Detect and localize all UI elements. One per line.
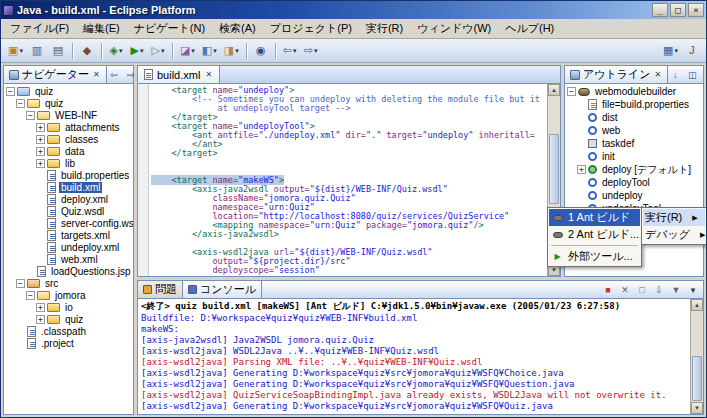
collapse-icon[interactable]: −: [567, 87, 576, 96]
menu-n[interactable]: ナビゲート(N): [127, 19, 212, 38]
save-button[interactable]: ▥: [27, 41, 47, 61]
print-button[interactable]: ▤: [48, 41, 68, 61]
outline-item-deploy[interactable]: +deploy [デフォルト]: [565, 163, 703, 176]
ant-view-button[interactable]: ◆: [77, 41, 97, 61]
new-jsp-button[interactable]: ◨▾: [221, 41, 242, 61]
back-view-icon[interactable]: ⇦: [107, 68, 121, 82]
scrollbar-thumb[interactable]: [549, 134, 559, 204]
navigator-item-quiz[interactable]: +quiz: [4, 313, 133, 325]
navigator-item-.project[interactable]: .project: [4, 337, 133, 349]
menu-item-1-ant[interactable]: 1 Ant ビルド: [549, 209, 640, 226]
new-servlet-button[interactable]: ◧▾: [199, 41, 220, 61]
external-tools-button[interactable]: ▷▾: [148, 41, 168, 61]
navigator-item-attachments[interactable]: +attachments: [4, 121, 133, 133]
menu-w[interactable]: ウィンドウ(W): [410, 19, 498, 38]
navigator-item-targets.xml[interactable]: targets.xml: [4, 229, 133, 241]
terminate-icon[interactable]: ■: [601, 283, 615, 297]
navigator-item-io[interactable]: +io: [4, 301, 133, 313]
navigator-item-loadquestions.jsp[interactable]: loadQuestions.jsp: [4, 265, 133, 277]
collapse-icon[interactable]: −: [26, 291, 35, 300]
menu-f[interactable]: ファイル(F): [3, 19, 76, 38]
scroll-lock-icon[interactable]: ⇩: [652, 283, 666, 297]
collapse-icon[interactable]: −: [26, 111, 35, 120]
expand-icon[interactable]: +: [36, 147, 45, 156]
navigator-item-data[interactable]: +data: [4, 145, 133, 157]
navigator-item-deploy.xml[interactable]: deploy.xml: [4, 193, 133, 205]
maximize-button[interactable]: □: [670, 3, 686, 17]
scrollbar-thumb[interactable]: [692, 356, 702, 401]
outline-tab[interactable]: アウトライン ✕: [565, 66, 668, 83]
editor-tab-build-xml[interactable]: build.xml ✕: [138, 66, 220, 83]
tab-item[interactable]: 問題: [138, 281, 183, 298]
navigator-item-jomora[interactable]: −jomora: [4, 289, 133, 301]
menu-item-2-ant-...[interactable]: 2 Ant ビルド...: [549, 226, 640, 243]
navigator-item-src[interactable]: −src: [4, 277, 133, 289]
debug-button[interactable]: ◈▾: [106, 41, 126, 61]
expand-icon[interactable]: +: [36, 135, 45, 144]
minimize-button[interactable]: _: [652, 3, 668, 17]
menu-item-...[interactable]: ▶外部ツール...: [549, 248, 640, 265]
close-icon[interactable]: ✕: [204, 70, 213, 79]
filter-internal-targets-icon[interactable]: ◫: [685, 68, 699, 82]
new-wizard-button[interactable]: ▣▾: [5, 41, 26, 61]
navigator-item-build.xml[interactable]: build.xml: [4, 181, 133, 193]
navigator-item-quiz[interactable]: −quiz: [4, 97, 133, 109]
navigator-item-web.xml[interactable]: web.xml: [4, 253, 133, 265]
navigator-item-lib[interactable]: +lib: [4, 157, 133, 169]
expand-icon[interactable]: +: [36, 123, 45, 132]
menu-h[interactable]: ヘルプ(H): [498, 19, 561, 38]
scroll-down-icon[interactable]: ▼: [691, 402, 703, 414]
outline-item-dist[interactable]: dist: [565, 111, 703, 124]
console-vscrollbar[interactable]: ▲ ▼: [690, 299, 703, 414]
close-icon[interactable]: ✕: [92, 70, 101, 79]
view-menu-icon[interactable]: ▾: [702, 68, 707, 82]
code-line[interactable]: </target>: [151, 149, 547, 158]
code-line[interactable]: [151, 158, 547, 167]
navigator-item-undeploy.xml[interactable]: undeploy.xml: [4, 241, 133, 253]
new-web-component-button[interactable]: ◪▾: [177, 41, 198, 61]
code-line[interactable]: deployscope="session": [151, 266, 547, 275]
java-perspective-button[interactable]: J: [682, 41, 702, 61]
collapse-icon[interactable]: −: [6, 87, 15, 96]
outline-item-undeploy[interactable]: undeploy: [565, 189, 703, 202]
back-button[interactable]: ⇦▾: [280, 41, 300, 61]
menu-e[interactable]: 編集(E): [76, 19, 127, 38]
forward-button[interactable]: ⇨▾: [301, 41, 321, 61]
navigator-item-quiz.wsdl[interactable]: Quiz.wsdl: [4, 205, 133, 217]
collapse-icon[interactable]: −: [16, 99, 25, 108]
expand-icon[interactable]: +: [36, 303, 45, 312]
pin-console-icon[interactable]: ▼: [669, 283, 683, 297]
close-icon[interactable]: ✕: [654, 70, 663, 79]
menu-item-item[interactable]: デバッグ▶: [643, 226, 705, 243]
menu-p[interactable]: プロジェクト(P): [263, 19, 359, 38]
menu-a[interactable]: 検索(A): [212, 19, 263, 38]
navigator-tab[interactable]: ナビゲーター ✕: [4, 66, 107, 83]
code-area[interactable]: <target name="undeploy"> <!-- Sometimes …: [149, 84, 547, 276]
outline-item-webmodulebuilder[interactable]: −webmodulebuilder: [565, 85, 703, 98]
scrollbar-track[interactable]: [691, 311, 703, 402]
code-line[interactable]: </axis-java2wsdl>: [151, 230, 547, 239]
menu-r[interactable]: 実行(R): [359, 19, 410, 38]
sort-icon[interactable]: ↓: [668, 68, 682, 82]
navigator-item-.classpath[interactable]: .classpath: [4, 325, 133, 337]
search-button[interactable]: ◉: [251, 41, 271, 61]
outline-item-web[interactable]: web: [565, 124, 703, 137]
remove-launch-icon[interactable]: ✕: [618, 283, 632, 297]
console-menu-icon[interactable]: ▾: [686, 283, 700, 297]
outline-item-deploytool[interactable]: deployTool: [565, 176, 703, 189]
outline-item-taskdef[interactable]: taskdef: [565, 137, 703, 150]
navigator-item-quiz[interactable]: −quiz: [4, 85, 133, 97]
navigator-item-classes[interactable]: +classes: [4, 133, 133, 145]
expand-icon[interactable]: +: [36, 315, 45, 324]
navigator-item-build.properties[interactable]: build.properties: [4, 169, 133, 181]
close-button[interactable]: ×: [688, 3, 704, 17]
navigator-item-web-inf[interactable]: −WEB-INF: [4, 109, 133, 121]
run-button[interactable]: ▶▾: [127, 41, 147, 61]
expand-icon[interactable]: +: [36, 159, 45, 168]
scroll-up-icon[interactable]: ▲: [548, 84, 560, 96]
outline-item-init[interactable]: init: [565, 150, 703, 163]
open-perspective-button[interactable]: ▦▾: [660, 41, 681, 61]
collapse-icon[interactable]: −: [16, 279, 25, 288]
forward-view-icon[interactable]: ⇨: [124, 68, 138, 82]
menu-item-r[interactable]: 実行(R)▶: [643, 209, 705, 226]
